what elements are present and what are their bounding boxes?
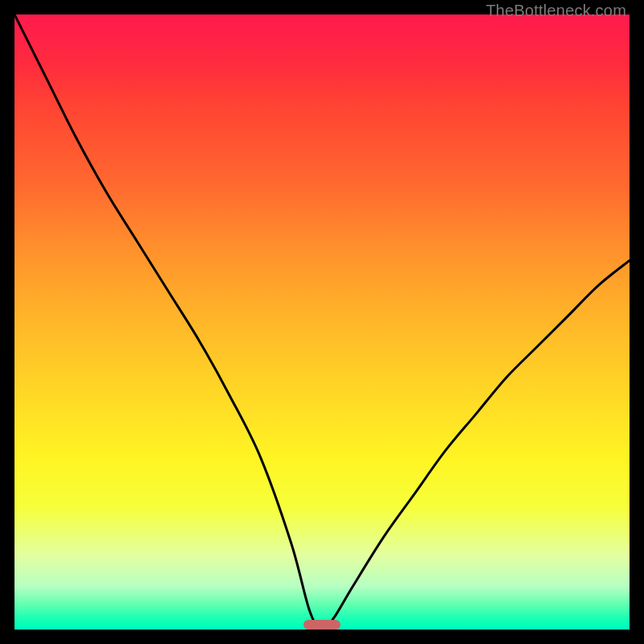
chart-container: TheBottleneck.com <box>0 0 644 644</box>
watermark-text: TheBottleneck.com <box>485 2 626 20</box>
curve-svg <box>14 14 630 630</box>
optimum-marker <box>303 620 341 630</box>
bottleneck-curve-path <box>14 14 630 630</box>
plot-area <box>14 14 630 630</box>
